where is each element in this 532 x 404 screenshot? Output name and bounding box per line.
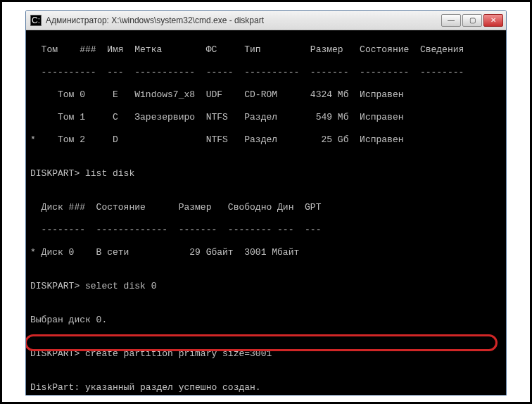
disk-header: Диск ### Состояние Размер Свободно Дин G…: [30, 202, 502, 213]
vol-row-1: Том 1 C Зарезервиро NTFS Раздел 549 Мб И…: [30, 112, 502, 123]
cmd-icon: C:: [30, 15, 42, 26]
disk-row-0: * Диск 0 В сети 29 Gбайт 3001 Мбайт: [30, 247, 502, 258]
terminal-output[interactable]: Том ### Имя Метка ФС Тип Размер Состояни…: [26, 30, 506, 395]
titlebar[interactable]: C: Администратор: X:\windows\system32\cm…: [26, 11, 506, 30]
vol-row-0: Том 0 E Windows7_x8 UDF CD-ROM 4324 Мб И…: [30, 89, 502, 101]
prompt-create-partition: DISKPART> create partition primary size=…: [30, 348, 502, 360]
close-button[interactable]: ✕: [483, 14, 503, 27]
window-title: Администратор: X:\windows\system32\cmd.e…: [46, 15, 441, 25]
msg-partition-created: DiskPart: указанный раздел успешно созда…: [30, 382, 502, 393]
prompt-select-disk: DISKPART> select disk 0: [30, 281, 502, 292]
prompt-list-disk: DISKPART> list disk: [30, 168, 502, 179]
vol-header: Том ### Имя Метка ФС Тип Размер Состояни…: [30, 44, 502, 56]
vol-separator: ---------- --- ----------- ----- -------…: [30, 67, 502, 78]
maximize-button[interactable]: ▢: [462, 14, 482, 27]
cmd-window: C: Администратор: X:\windows\system32\cm…: [25, 10, 507, 396]
window-controls: — ▢ ✕: [441, 14, 503, 27]
minimize-button[interactable]: —: [441, 14, 461, 27]
vol-row-2: * Том 2 D NTFS Раздел 25 Gб Исправен: [30, 134, 502, 146]
msg-disk-selected: Выбран диск 0.: [30, 315, 502, 326]
disk-separator: -------- ------------- ------- -------- …: [30, 225, 502, 236]
